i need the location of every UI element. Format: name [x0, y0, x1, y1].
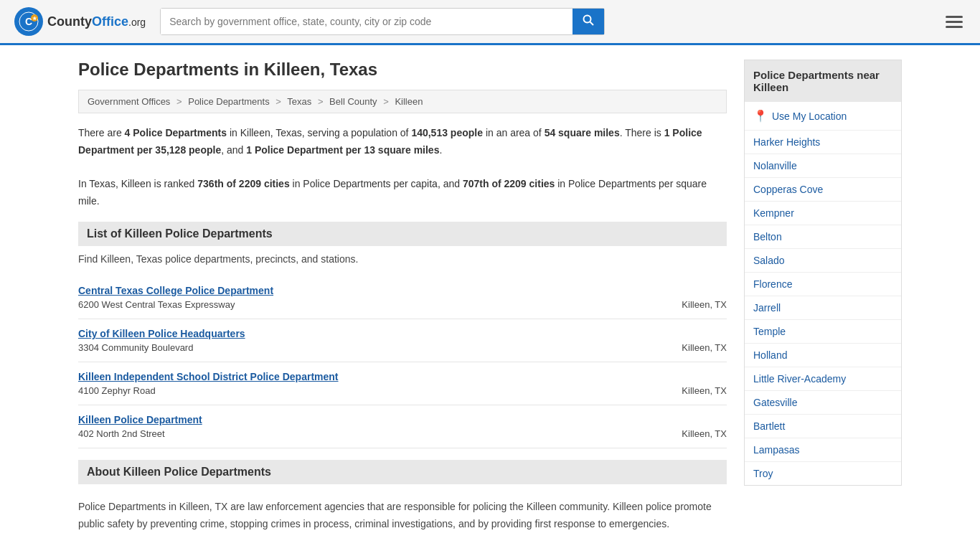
breadcrumb: Government Offices > Police Departments …	[78, 90, 727, 113]
menu-button[interactable]	[943, 13, 966, 31]
nearby-link-9[interactable]: Holland	[753, 349, 787, 361]
dept-address-3: 4100 Zephyr Road	[78, 385, 156, 396]
dept-name-2[interactable]: City of Killeen Police Headquarters	[78, 328, 245, 339]
sidebar-item-salado[interactable]: Salado	[745, 249, 901, 273]
location-icon: 📍	[753, 109, 768, 123]
dept-name-1[interactable]: Central Texas College Police Department	[78, 285, 273, 296]
dept-name-4[interactable]: Killeen Police Department	[78, 414, 202, 425]
nearby-link-11[interactable]: Gatesville	[753, 397, 797, 408]
dept-city-1: Killeen, TX	[682, 299, 727, 310]
menu-icon	[946, 16, 963, 18]
search-input[interactable]	[161, 9, 573, 34]
nearby-link-2[interactable]: Copperas Cove	[753, 184, 823, 195]
nearby-link-5[interactable]: Salado	[753, 255, 785, 266]
nearby-link-0[interactable]: Harker Heights	[753, 136, 820, 148]
sidebar-item-jarrell[interactable]: Jarrell	[745, 296, 901, 320]
dept-address-2: 3304 Community Boulevard	[78, 342, 193, 353]
sidebar-title: Police Departments near Killeen	[745, 60, 901, 102]
dept-label: Police Departments	[133, 127, 227, 138]
nearby-link-8[interactable]: Temple	[753, 326, 786, 337]
search-icon	[583, 14, 594, 26]
about-section-header: About Killeen Police Departments	[78, 460, 727, 484]
dept-name-3[interactable]: Killeen Independent School District Poli…	[78, 371, 339, 382]
search-button[interactable]	[573, 9, 604, 34]
logo-icon: C ★	[14, 7, 43, 36]
breadcrumb-govt-offices[interactable]: Government Offices	[88, 96, 170, 107]
sidebar-item-belton[interactable]: Belton	[745, 225, 901, 249]
sidebar-item-copperas-cove[interactable]: Copperas Cove	[745, 178, 901, 202]
list-section-intro: Find Killeen, Texas police departments, …	[78, 253, 727, 265]
sidebar-item-kempner[interactable]: Kempner	[745, 202, 901, 225]
use-location-link[interactable]: Use My Location	[772, 110, 847, 122]
dept-address-1: 6200 West Central Texas Expressway	[78, 299, 235, 310]
breadcrumb-bell-county[interactable]: Bell County	[329, 96, 377, 107]
svg-line-5	[590, 22, 594, 26]
sidebar-item-lampasas[interactable]: Lampasas	[745, 438, 901, 462]
svg-point-4	[584, 16, 591, 23]
nearby-link-12[interactable]: Bartlett	[753, 420, 785, 432]
list-section-header: List of Killeen Police Departments	[78, 222, 727, 246]
sidebar-item-gatesville[interactable]: Gatesville	[745, 391, 901, 415]
dept-address-4: 402 North 2nd Street	[78, 428, 165, 439]
dept-entry-3: Killeen Independent School District Poli…	[78, 362, 727, 405]
search-bar	[160, 8, 605, 35]
nearby-link-10[interactable]: Little River-Academy	[753, 373, 846, 385]
logo-text: CountyOffice.org	[47, 14, 146, 29]
sidebar-item-nolanville[interactable]: Nolanville	[745, 154, 901, 178]
nearby-link-14[interactable]: Troy	[753, 468, 773, 479]
about-text: Police Departments in Killeen, TX are la…	[78, 491, 727, 540]
nearby-link-3[interactable]: Kempner	[753, 207, 794, 219]
sidebar-item-bartlett[interactable]: Bartlett	[745, 415, 901, 438]
svg-text:★: ★	[32, 16, 37, 21]
sidebar-item-florence[interactable]: Florence	[745, 273, 901, 296]
dept-city-4: Killeen, TX	[682, 428, 727, 439]
sidebar-item-troy[interactable]: Troy	[745, 462, 901, 485]
breadcrumb-police-depts[interactable]: Police Departments	[188, 96, 269, 107]
dept-city-3: Killeen, TX	[682, 385, 727, 396]
summary-section: There are 4 Police Departments in Killee…	[78, 125, 727, 210]
site-logo[interactable]: C ★ CountyOffice.org	[14, 7, 146, 36]
breadcrumb-texas[interactable]: Texas	[287, 96, 311, 107]
page-title: Police Departments in Killeen, Texas	[78, 60, 727, 80]
sidebar-item-holland[interactable]: Holland	[745, 344, 901, 367]
dept-entry-4: Killeen Police Department 402 North 2nd …	[78, 405, 727, 448]
dept-entry-1: Central Texas College Police Department …	[78, 276, 727, 319]
dept-city-2: Killeen, TX	[682, 342, 727, 353]
sidebar-item-temple[interactable]: Temple	[745, 320, 901, 344]
nearby-link-6[interactable]: Florence	[753, 278, 792, 290]
nearby-link-4[interactable]: Belton	[753, 231, 782, 242]
nearby-link-7[interactable]: Jarrell	[753, 302, 781, 314]
breadcrumb-killeen[interactable]: Killeen	[395, 96, 423, 107]
dept-count: 4	[125, 127, 131, 138]
sidebar: Police Departments near Killeen 📍 Use My…	[744, 60, 902, 540]
nearby-link-1[interactable]: Nolanville	[753, 160, 797, 171]
sidebar-item-little-river[interactable]: Little River-Academy	[745, 367, 901, 391]
dept-entry-2: City of Killeen Police Headquarters 3304…	[78, 319, 727, 362]
nearby-link-13[interactable]: Lampasas	[753, 444, 800, 456]
sidebar-item-harker-heights[interactable]: Harker Heights	[745, 131, 901, 154]
use-my-location[interactable]: 📍 Use My Location	[745, 102, 901, 131]
